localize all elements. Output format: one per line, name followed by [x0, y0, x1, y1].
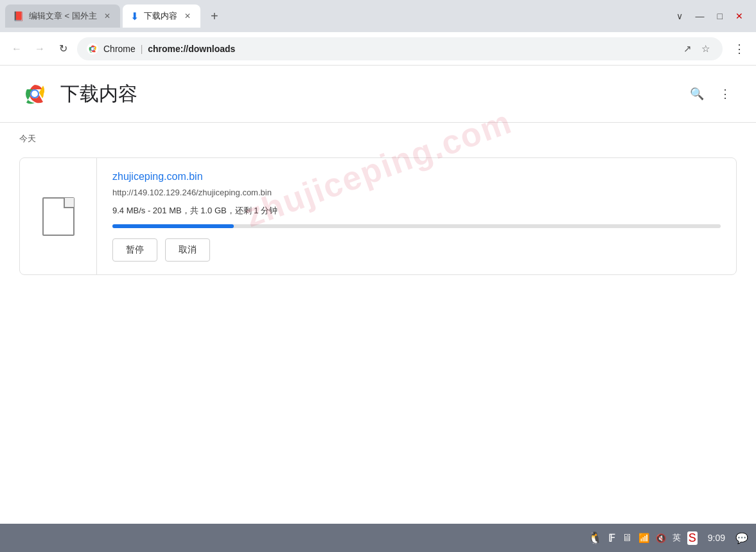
- download-buttons: 暂停 取消: [112, 238, 721, 262]
- forward-button[interactable]: →: [31, 40, 49, 58]
- tab1-close[interactable]: ✕: [102, 11, 112, 21]
- tab1-favicon: 📕: [13, 11, 24, 21]
- figma-icon[interactable]: 𝔽: [608, 532, 615, 544]
- file-icon: [42, 197, 75, 236]
- window-controls: ∨ — □ ✕: [676, 11, 751, 21]
- download-url: http://149.102.129.246/zhujiceping.com.b…: [112, 188, 721, 197]
- address-icons: ↗ ☆: [680, 41, 713, 57]
- download-filename[interactable]: zhujiceping.com.bin: [112, 171, 721, 183]
- tab2-close[interactable]: ✕: [182, 11, 193, 21]
- address-text: Chrome | chrome://downloads: [103, 44, 674, 54]
- tab1-label: 编辑文章 < 国外主: [29, 10, 97, 22]
- progress-bar: [112, 224, 721, 228]
- svg-point-2: [91, 48, 94, 50]
- cancel-button[interactable]: 取消: [165, 238, 210, 262]
- notification-icon[interactable]: 💬: [735, 532, 748, 544]
- search-button[interactable]: 🔍: [685, 82, 708, 105]
- chrome-icon-large: [19, 78, 50, 109]
- tab2-favicon: ⬇: [130, 10, 139, 22]
- section-today-label: 今天: [0, 123, 756, 150]
- address-separator: |: [141, 44, 143, 54]
- chrome-logo-icon: [87, 43, 98, 55]
- pause-button[interactable]: 暂停: [112, 238, 157, 262]
- download-info: zhujiceping.com.bin http://149.102.129.2…: [97, 158, 736, 274]
- page-content: zhujiceping.com 下载内容 🔍 ⋮ 今天: [0, 66, 756, 524]
- taskbar-time: 9:09: [708, 533, 725, 543]
- address-bar[interactable]: Chrome | chrome://downloads ↗ ☆: [77, 37, 723, 60]
- wifi-icon[interactable]: 📶: [638, 533, 649, 543]
- taskbar: 🐧 𝔽 🖥 📶 🔇 英 S 9:09 💬: [0, 524, 756, 552]
- address-bar-row: ← → ↻ Chrome | chrome://downloads ↗ ☆: [0, 32, 756, 66]
- address-url: chrome://downloads: [148, 44, 235, 54]
- mute-icon[interactable]: 🔇: [656, 533, 666, 543]
- download-card: zhujiceping.com.bin http://149.102.129.2…: [19, 157, 737, 275]
- progress-bar-fill: [112, 224, 234, 228]
- svg-point-5: [31, 91, 38, 97]
- browser-window: 📕 编辑文章 < 国外主 ✕ ⬇ 下载内容 ✕ + ∨ — □ ✕ ← → ↻: [0, 0, 756, 552]
- downloads-actions: 🔍 ⋮: [685, 82, 737, 105]
- tab-active[interactable]: ⬇ 下载内容 ✕: [123, 4, 200, 28]
- close-button[interactable]: ✕: [735, 11, 743, 21]
- bookmark-icon[interactable]: ☆: [698, 41, 713, 57]
- chevron-down-button[interactable]: ∨: [676, 11, 683, 21]
- back-button[interactable]: ←: [8, 40, 26, 58]
- share-icon[interactable]: ↗: [680, 41, 695, 57]
- address-browser-label: Chrome: [103, 44, 136, 54]
- reload-button[interactable]: ↻: [54, 40, 72, 58]
- display-icon[interactable]: 🖥: [622, 532, 632, 544]
- title-bar: 📕 编辑文章 < 国外主 ✕ ⬇ 下载内容 ✕ + ∨ — □ ✕: [0, 0, 756, 32]
- taskbar-icons: 🐧 𝔽 🖥 📶 🔇 英 S: [588, 531, 698, 545]
- download-icon-area: [20, 158, 97, 274]
- tab2-label: 下载内容: [144, 10, 177, 22]
- qq-icon[interactable]: 🐧: [588, 531, 602, 545]
- minimize-button[interactable]: —: [696, 11, 705, 21]
- new-tab-button[interactable]: +: [206, 7, 224, 25]
- downloads-header: 下载内容 🔍 ⋮: [0, 66, 756, 122]
- more-options-button[interactable]: ⋮: [714, 82, 737, 105]
- page-title: 下载内容: [60, 81, 137, 107]
- language-icon[interactable]: 英: [672, 532, 681, 544]
- download-speed: 9.4 MB/s - 201 MB，共 1.0 GB，还剩 1 分钟: [112, 205, 721, 217]
- browser-menu-button[interactable]: ⋮: [730, 40, 748, 58]
- tab-inactive[interactable]: 📕 编辑文章 < 国外主 ✕: [5, 4, 120, 28]
- sogou-icon[interactable]: S: [687, 531, 698, 545]
- restore-button[interactable]: □: [717, 11, 723, 21]
